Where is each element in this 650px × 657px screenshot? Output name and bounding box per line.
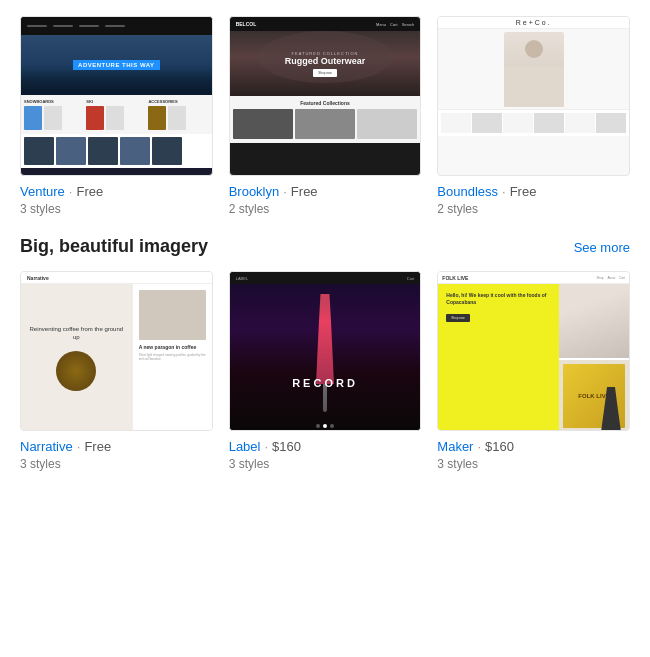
boundless-meta: Boundless · Free	[437, 184, 630, 199]
venture-nav-item	[53, 25, 73, 27]
venture-nav-item	[79, 25, 99, 27]
label-dot	[316, 424, 320, 428]
venture-bottom-item	[152, 137, 182, 165]
theme-thumbnail-brooklyn: BELCOL Menu Cart Search FEATURED COLLECT…	[229, 16, 422, 176]
see-more-link[interactable]: See more	[574, 240, 630, 255]
label-hero: RECORD	[230, 284, 421, 431]
brooklyn-nav: BELCOL Menu Cart Search	[230, 17, 421, 31]
brooklyn-nav-link: Cart	[390, 22, 398, 27]
label-name-link[interactable]: Label	[229, 439, 261, 454]
theme-thumbnail-maker: FOLK LIVE Shop About Cart Hello, hi! We …	[437, 271, 630, 431]
boundless-name-link[interactable]: Boundless	[437, 184, 498, 199]
venture-styles: 3 styles	[20, 202, 213, 216]
label-meta: Label · $160	[229, 439, 422, 454]
brooklyn-featured-items	[233, 109, 418, 139]
label-styles: 3 styles	[229, 457, 422, 471]
boundless-styles: 2 styles	[437, 202, 630, 216]
boundless-nav: Re+Co.	[438, 17, 629, 29]
theme-card-venture[interactable]: ADVENTURE THIS WAY Snowboards Ski	[20, 16, 213, 216]
brooklyn-name-link[interactable]: Brooklyn	[229, 184, 280, 199]
narrative-left-col: Reinventing coffee from the ground up	[21, 284, 132, 431]
theme-card-maker[interactable]: FOLK LIVE Shop About Cart Hello, hi! We …	[437, 271, 630, 471]
brooklyn-featured-item	[233, 109, 293, 139]
venture-name-link[interactable]: Venture	[20, 184, 65, 199]
venture-col-items-2	[86, 106, 146, 130]
narrative-content: Reinventing coffee from the ground up A …	[21, 284, 212, 431]
venture-col-3: Accessories	[148, 99, 208, 130]
boundless-nav-logo: Re+Co.	[516, 19, 552, 26]
boundless-strip-item	[472, 113, 502, 133]
venture-product-item	[148, 106, 166, 130]
narrative-meta: Narrative · Free	[20, 439, 213, 454]
venture-product-item	[24, 106, 42, 130]
boundless-strip-item	[534, 113, 564, 133]
narrative-hero-text: Reinventing coffee from the ground up	[29, 325, 124, 342]
theme-card-boundless[interactable]: Re+Co. Boundless · Free 2 styles	[437, 16, 630, 216]
venture-col-items-1	[24, 106, 84, 130]
boundless-price: Free	[510, 184, 537, 199]
narrative-separator: ·	[77, 439, 81, 454]
brooklyn-featured-title: Featured Collections	[233, 100, 418, 106]
boundless-strip-item	[503, 113, 533, 133]
label-dot-active	[323, 424, 327, 428]
theme-card-brooklyn[interactable]: BELCOL Menu Cart Search FEATURED COLLECT…	[229, 16, 422, 216]
maker-content: Hello, hi! We keep it cool with the food…	[438, 284, 629, 431]
brooklyn-nav-link: Search	[402, 22, 415, 27]
venture-bottom-item	[120, 137, 150, 165]
brooklyn-featured: Featured Collections	[230, 96, 421, 143]
venture-col-items-3	[148, 106, 208, 130]
theme-thumbnail-venture: ADVENTURE THIS WAY Snowboards Ski	[20, 16, 213, 176]
venture-bottom-item	[88, 137, 118, 165]
brooklyn-hero-title: Rugged Outerwear	[285, 56, 366, 66]
venture-nav	[21, 17, 212, 35]
themes-grid-second: Narrative Reinventing coffee from the gr…	[20, 271, 630, 471]
brooklyn-meta: Brooklyn · Free	[229, 184, 422, 199]
brooklyn-styles: 2 styles	[229, 202, 422, 216]
label-price: $160	[272, 439, 301, 454]
brooklyn-nav-links: Menu Cart Search	[376, 22, 414, 27]
venture-col-2: Ski	[86, 99, 146, 130]
maker-name-link[interactable]: Maker	[437, 439, 473, 454]
section-header-imagery: Big, beautiful imagery See more	[20, 236, 630, 257]
maker-mag-text: FOLK LIVE	[578, 393, 609, 399]
venture-product-item	[168, 106, 186, 130]
narrative-coffee-img	[56, 351, 96, 391]
brooklyn-nav-logo: BELCOL	[236, 21, 257, 27]
venture-bottom-item	[24, 137, 54, 165]
brooklyn-hero: FEATURED COLLECTION Rugged Outerwear Sho…	[230, 31, 421, 96]
brooklyn-separator: ·	[283, 184, 287, 199]
boundless-product-strip	[438, 109, 629, 136]
maker-nav-logo: FOLK LIVE	[442, 275, 468, 281]
venture-hero-text: ADVENTURE THIS WAY	[73, 60, 159, 70]
venture-bottom-item	[56, 137, 86, 165]
theme-card-label[interactable]: LABEL Cart RECORD Label · $160	[229, 271, 422, 471]
venture-col-header-1: Snowboards	[24, 99, 84, 104]
narrative-price: Free	[84, 439, 111, 454]
narrative-nav-logo: Narrative	[27, 275, 49, 281]
brooklyn-price: Free	[291, 184, 318, 199]
maker-nav-item: About	[607, 276, 615, 280]
narrative-name-link[interactable]: Narrative	[20, 439, 73, 454]
label-person	[310, 294, 340, 384]
maker-top-img	[559, 284, 629, 358]
label-nav-dots	[316, 424, 334, 428]
venture-product-item	[86, 106, 104, 130]
maker-styles: 3 styles	[437, 457, 630, 471]
maker-separator: ·	[477, 439, 481, 454]
brooklyn-featured-item	[357, 109, 417, 139]
brooklyn-featured-item	[295, 109, 355, 139]
narrative-article-text: Short light charged roasting profiles, g…	[139, 353, 206, 361]
boundless-strip-item	[565, 113, 595, 133]
narrative-article-title: A new paragon in coffee	[139, 344, 206, 350]
boundless-strip-item	[596, 113, 626, 133]
brooklyn-hero-cta: Shop now	[313, 69, 336, 77]
theme-thumbnail-label: LABEL Cart RECORD	[229, 271, 422, 431]
theme-card-narrative[interactable]: Narrative Reinventing coffee from the gr…	[20, 271, 213, 471]
label-record-title: RECORD	[292, 377, 358, 389]
theme-thumbnail-narrative: Narrative Reinventing coffee from the gr…	[20, 271, 213, 431]
narrative-article-img	[139, 290, 206, 340]
maker-nav-item: Cart	[619, 276, 625, 280]
label-nav: LABEL Cart	[230, 272, 421, 284]
big-imagery-section: Big, beautiful imagery See more Narrativ…	[20, 236, 630, 471]
label-nav-logo: LABEL	[236, 276, 248, 281]
